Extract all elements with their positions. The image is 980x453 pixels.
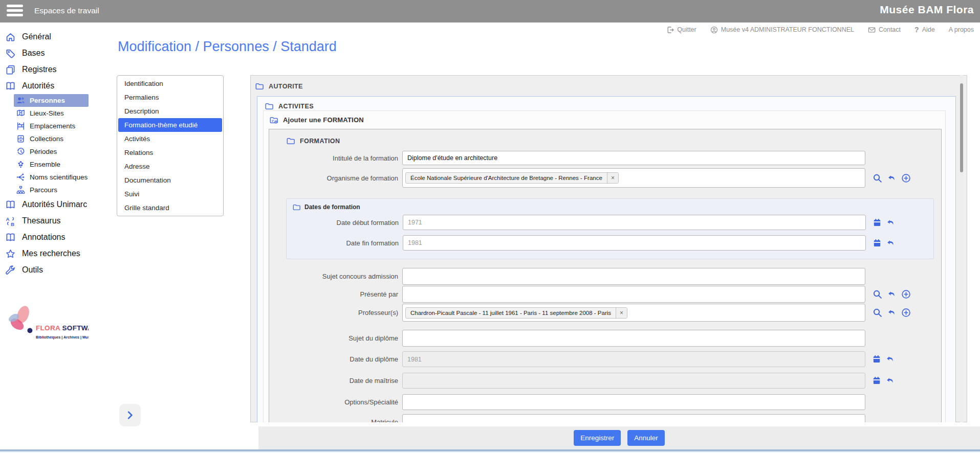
ajouter-formation-header[interactable]: Ajouter une FORMATION (270, 116, 364, 124)
help-link[interactable]: ? Aide (914, 26, 935, 34)
user-bar: Quitter Musée v4 ADMINISTRATEUR FONCTION… (666, 26, 974, 34)
sidebar-item-periodes[interactable]: Périodes (14, 145, 89, 158)
tab-permaliens[interactable]: Permaliens (118, 90, 222, 104)
sidebar-item-registres[interactable]: Registres (0, 61, 89, 78)
undo-icon[interactable] (886, 218, 896, 228)
date-diplome-input[interactable] (402, 351, 865, 367)
sidebar-item-noms-scientifiques[interactable]: Noms scientifiques (14, 171, 89, 184)
about-link[interactable]: A propos (949, 26, 974, 33)
undo-icon[interactable] (886, 238, 896, 248)
chip-remove-icon[interactable]: × (616, 308, 627, 318)
sidebar-item-collections[interactable]: Collections (14, 132, 89, 145)
sidebar-item-label: Emplacements (30, 122, 75, 130)
formation-header: FORMATION (287, 138, 340, 145)
map-icon (16, 109, 25, 118)
field-actions (873, 238, 896, 248)
field-row-professeurs: Professeur(s) Chardron-Picault Pascale -… (269, 304, 941, 322)
field-row-date-diplome: Date du diplôme (269, 351, 941, 367)
sidebar-item-general[interactable]: Général (0, 29, 89, 45)
sidebar-item-mes-recherches[interactable]: Mes recherches (0, 245, 89, 262)
sidebar-item-annotations[interactable]: Annotations (0, 229, 89, 245)
date-fin-formation-input[interactable] (403, 235, 866, 251)
tab-documentation[interactable]: Documentation (118, 173, 222, 187)
calendar-icon[interactable] (873, 218, 881, 227)
search-icon[interactable] (873, 289, 882, 299)
field-label: Date début formation (301, 219, 399, 227)
section-formation: FORMATION Intitulé de la formation (269, 129, 942, 422)
autorites-submenu: Personnes Lieux-Sites Emplacements Colle… (14, 94, 89, 196)
undo-icon[interactable] (887, 173, 897, 183)
add-circle-icon[interactable] (901, 308, 911, 318)
tag-icon (6, 49, 15, 58)
calendar-icon[interactable] (873, 376, 881, 385)
field-label: Présenté par (301, 290, 398, 298)
tab-adresse[interactable]: Adresse (118, 160, 222, 173)
date-maitrise-input[interactable] (402, 373, 865, 389)
intitule-formation-input[interactable] (402, 151, 865, 165)
tab-activites[interactable]: Activités (118, 132, 222, 146)
undo-icon[interactable] (887, 289, 897, 299)
workspace-label[interactable]: Espaces de travail (34, 6, 99, 15)
autorite-label: AUTORITE (269, 83, 303, 90)
ajouter-formation-label: Ajouter une FORMATION (283, 116, 364, 124)
matricule-input[interactable] (402, 414, 865, 422)
cancel-button[interactable]: Annuler (627, 430, 665, 446)
professeurs-input[interactable]: Chardron-Picault Pascale - 11 juillet 19… (402, 304, 865, 322)
field-label: Matricule (301, 418, 398, 422)
options-specialite-input[interactable] (402, 394, 865, 410)
tab-formation-theme-etudie[interactable]: Formation-thème etudié (118, 118, 222, 132)
add-circle-icon[interactable] (901, 173, 911, 183)
tab-grille-standard[interactable]: Grille standard (118, 201, 222, 215)
undo-icon[interactable] (885, 354, 895, 364)
save-button[interactable]: Enregistrer (574, 430, 621, 446)
quit-label: Quitter (677, 26, 696, 33)
field-label: Date de maîtrise (301, 377, 398, 384)
sidebar-item-bases[interactable]: Bases (0, 45, 89, 61)
tab-relations[interactable]: Relations (118, 146, 222, 160)
undo-icon[interactable] (885, 376, 895, 386)
exit-icon (666, 26, 674, 34)
calendar-icon[interactable] (873, 355, 881, 364)
contact-link[interactable]: Contact (868, 26, 901, 34)
scrollbar-thumb[interactable] (960, 83, 963, 172)
date-debut-formation-input[interactable] (403, 215, 866, 230)
organisme-formation-input[interactable]: École Nationale Supérieure d'Architectur… (402, 168, 865, 188)
add-circle-icon[interactable] (901, 289, 911, 299)
main-content: Quitter Musée v4 ADMINISTRATEUR FONCTION… (89, 22, 980, 453)
sidebar-item-autorites-unimarc[interactable]: Autorités Unimarc (0, 196, 89, 213)
sidebar-item-personnes[interactable]: Personnes (14, 94, 89, 107)
top-bar: Espaces de travail Musée BAM Flora (0, 0, 980, 22)
mail-icon (868, 26, 876, 34)
sidebar-item-autorites[interactable]: Autorités (0, 78, 89, 94)
sidebar-item-outils[interactable]: Outils (0, 262, 89, 278)
sidebar-item-ensemble[interactable]: Ensemble (14, 158, 89, 171)
field-label: Date du diplôme (301, 355, 398, 363)
sujet-diplome-input[interactable] (402, 330, 865, 347)
presente-par-input[interactable] (402, 286, 865, 303)
application-window: Espaces de travail Musée BAM Flora Génér… (0, 0, 980, 453)
chip-remove-icon[interactable]: × (607, 173, 618, 183)
tab-suivi[interactable]: Suivi (118, 187, 222, 201)
sujet-concours-admission-input[interactable] (402, 268, 865, 285)
tab-description[interactable]: Description (118, 104, 222, 118)
expand-panel-button[interactable] (119, 404, 141, 426)
search-icon[interactable] (873, 308, 882, 318)
hamburger-menu-icon[interactable] (7, 5, 23, 18)
logo-brand-primary: FLORA (36, 324, 60, 332)
sidebar-item-label: Ensemble (30, 161, 60, 168)
about-label: A propos (949, 26, 974, 33)
tab-identification[interactable]: Identification (118, 77, 222, 90)
field-actions (873, 289, 911, 299)
sidebar-item-thesaurus[interactable]: Thesaurus (0, 213, 89, 229)
sidebar-item-parcours[interactable]: Parcours (14, 184, 89, 196)
user-label: Musée v4 ADMINISTRATEUR FONCTIONNEL (721, 26, 854, 33)
sidebar-item-emplacements[interactable]: Emplacements (14, 120, 89, 132)
quit-link[interactable]: Quitter (666, 26, 696, 34)
calendar-icon[interactable] (873, 239, 881, 247)
home-icon (6, 32, 15, 42)
flora-software-logo: FLORA SOFTWARE Bibliothèques | Archives … (6, 303, 87, 347)
undo-icon[interactable] (887, 308, 897, 318)
sidebar-item-lieux-sites[interactable]: Lieux-Sites (14, 107, 89, 120)
search-icon[interactable] (873, 173, 882, 183)
current-user[interactable]: Musée v4 ADMINISTRATEUR FONCTIONNEL (710, 26, 854, 34)
